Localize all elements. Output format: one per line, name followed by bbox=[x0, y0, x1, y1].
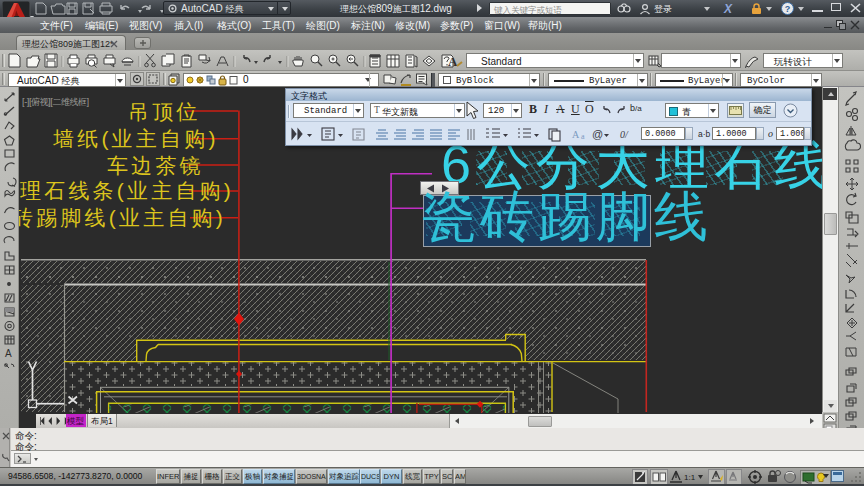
svg-text:a: a bbox=[581, 132, 585, 141]
svg-text:A: A bbox=[5, 348, 12, 359]
svg-text:1:1: 1:1 bbox=[684, 473, 696, 482]
svg-text:@: @ bbox=[592, 128, 603, 140]
svg-text:A: A bbox=[448, 54, 458, 69]
svg-text:A: A bbox=[572, 129, 580, 140]
svg-text:0/: 0/ bbox=[620, 129, 629, 140]
svg-text:?: ? bbox=[785, 4, 791, 14]
